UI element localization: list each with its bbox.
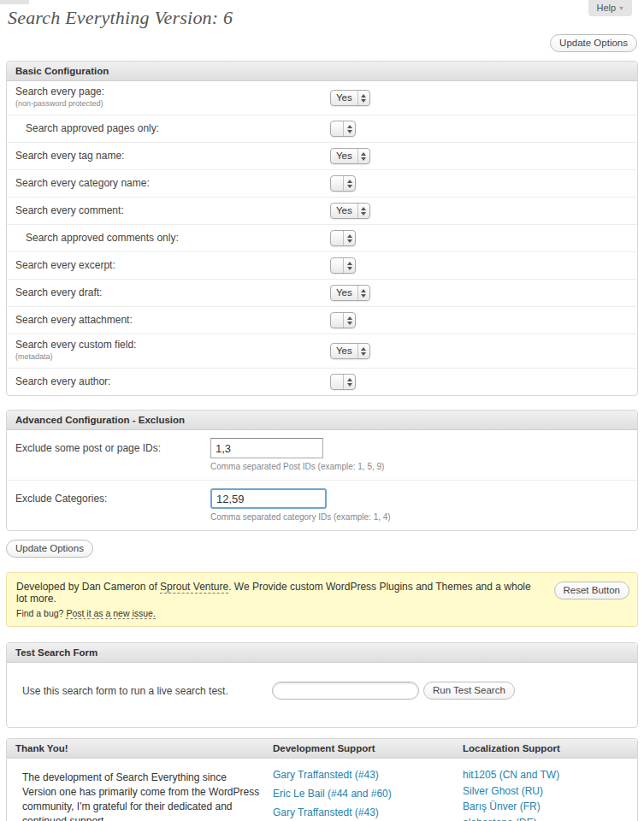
developer-notice-line1: Developed by Dan Cameron of Sprout Ventu… — [16, 581, 543, 605]
config-row: Search every tag name: Yes — [7, 142, 637, 169]
localization-support-link[interactable]: hit1205 (CN and TW) — [463, 769, 637, 781]
update-options-bottom-button[interactable]: Update Options — [6, 540, 93, 558]
development-support-link[interactable]: Eric Le Bail (#44 and #60) — [273, 788, 463, 800]
localization-support-title: Localization Support — [463, 743, 637, 753]
admin-header-remnant — [0, 0, 29, 4]
yes-no-select[interactable] — [330, 175, 356, 192]
help-tab[interactable]: Help▼ — [588, 0, 632, 16]
basic-configuration-title: Basic Configuration — [7, 62, 637, 81]
config-row-label: Search every page: (non-password protect… — [15, 86, 330, 109]
config-label-text: Search every category name: — [15, 177, 150, 189]
config-row: Search every author: — [7, 368, 637, 395]
help-label: Help — [596, 3, 616, 13]
thank-you-title: Thank You! — [7, 743, 273, 753]
yes-no-select[interactable] — [330, 312, 356, 328]
select-stepper-icon — [357, 286, 369, 300]
select-value — [331, 121, 343, 136]
developer-notice: Developed by Dan Cameron of Sprout Ventu… — [6, 572, 638, 627]
config-row-label: Search every category name: — [15, 178, 330, 189]
yes-no-select[interactable] — [330, 257, 356, 274]
exclusion-input[interactable] — [210, 488, 327, 509]
select-value — [331, 375, 343, 389]
localization-support-link[interactable]: Barış Ünver (FR) — [463, 800, 637, 812]
page-title: Search Everything Version: 6 — [8, 7, 638, 29]
run-test-search-button[interactable]: Run Test Search — [423, 682, 515, 700]
notice-text: Find a bug? — [16, 608, 66, 618]
config-label-text: Search every excerpt: — [15, 259, 115, 271]
config-label-text: Search every draft: — [15, 286, 102, 298]
test-search-form-section: Test Search Form Use this search form to… — [6, 642, 638, 728]
select-stepper-icon — [357, 91, 369, 105]
config-label-note: (non-password protected) — [15, 98, 330, 109]
developer-notice-line2: Find a bug? Post it as a new issue. — [16, 608, 543, 618]
yes-no-select[interactable]: Yes — [330, 90, 370, 106]
localization-support-link[interactable]: alohastone (DE) — [463, 817, 637, 821]
exclusion-help-text: Comma separated Post IDs (example: 1, 5,… — [210, 462, 384, 471]
development-support-link[interactable]: Gary Traffanstedt (#43) — [273, 806, 463, 818]
config-row-label: Search every comment: — [15, 205, 330, 216]
select-value — [331, 258, 343, 273]
config-label-text: Search every attachment: — [15, 314, 133, 326]
exclusion-row-label: Exclude Categories: — [15, 488, 210, 505]
bottom-actions: Update Options — [6, 540, 638, 558]
config-label-note: (metadata) — [15, 351, 330, 363]
advanced-configuration-section: Advanced Configuration - Exclusion Exclu… — [6, 410, 638, 531]
top-actions: Update Options — [6, 34, 637, 52]
config-row: Search every comment: Yes — [7, 197, 637, 224]
test-search-input[interactable] — [272, 682, 419, 700]
post-new-issue-link[interactable]: Post it as a new issue. — [66, 608, 155, 619]
select-stepper-icon — [343, 258, 355, 273]
update-options-top-button[interactable]: Update Options — [550, 34, 637, 52]
config-row-label: Search every tag name: — [15, 151, 330, 162]
config-row: Search every custom field: (metadata) Ye… — [7, 334, 637, 368]
yes-no-select[interactable]: Yes — [330, 343, 370, 359]
yes-no-select[interactable]: Yes — [330, 148, 370, 164]
yes-no-select[interactable] — [330, 230, 356, 246]
thank-you-body: The development of Search Everything sin… — [7, 759, 637, 821]
select-stepper-icon — [343, 121, 355, 136]
config-label-text: Search every tag name: — [15, 150, 124, 162]
yes-no-select[interactable] — [330, 121, 356, 137]
config-label-text: Search every page: — [15, 86, 104, 97]
basic-configuration-section: Basic Configuration Search every page: (… — [6, 61, 638, 396]
select-value — [331, 313, 343, 328]
config-row-label: Search approved pages only: — [15, 123, 330, 134]
reset-button[interactable]: Reset Button — [554, 582, 629, 600]
localization-support-list: hit1205 (CN and TW) Silver Ghost (RU) Ba… — [463, 769, 637, 821]
thank-you-section: Thank You! Development Support Localizat… — [6, 738, 638, 821]
exclusion-field: Comma separated Post IDs (example: 1, 5,… — [210, 438, 384, 471]
exclusion-help-text: Comma separated category IDs (example: 1… — [210, 512, 391, 522]
config-row: Search every excerpt: — [7, 251, 637, 279]
exclusion-row: Exclude some post or page IDs: Comma sep… — [7, 430, 637, 480]
select-value: Yes — [331, 286, 357, 300]
test-search-form-title: Test Search Form — [7, 643, 637, 663]
notice-text: Developed by Dan Cameron of — [16, 581, 160, 593]
exclusion-row: Exclude Categories: Comma separated cate… — [7, 480, 637, 530]
config-row: Search approved comments only: — [7, 224, 637, 251]
yes-no-select[interactable] — [330, 374, 356, 390]
chevron-down-icon: ▼ — [618, 5, 624, 11]
select-value: Yes — [331, 204, 357, 218]
yes-no-select[interactable]: Yes — [330, 203, 370, 219]
sprout-venture-link[interactable]: Sprout Venture — [160, 581, 228, 594]
select-stepper-icon — [357, 149, 369, 163]
config-row-label: Search approved comments only: — [15, 233, 330, 244]
exclusion-field: Comma separated category IDs (example: 1… — [210, 488, 391, 522]
select-stepper-icon — [343, 375, 355, 389]
thank-you-message: The development of Search Everything sin… — [7, 769, 273, 821]
config-label-text: Search every custom field: — [15, 339, 136, 351]
select-stepper-icon — [357, 344, 369, 358]
config-row-label: Search every attachment: — [15, 315, 330, 326]
exclusion-row-label: Exclude some post or page IDs: — [15, 438, 210, 454]
development-support-link[interactable]: Gary Traffanstedt (#43) — [273, 769, 463, 781]
config-row: Search approved pages only: — [7, 115, 637, 142]
select-value: Yes — [331, 91, 357, 105]
yes-no-select[interactable]: Yes — [330, 285, 370, 301]
basic-configuration-rows: Search every page: (non-password protect… — [7, 81, 637, 395]
test-search-form-content: Use this search form to run a live searc… — [7, 663, 637, 727]
localization-support-link[interactable]: Silver Ghost (RU) — [463, 785, 637, 797]
config-row: Search every attachment: — [7, 306, 637, 334]
exclusion-input[interactable] — [210, 438, 323, 458]
select-value: Yes — [331, 344, 357, 358]
config-label-text: Search every comment: — [15, 204, 124, 216]
